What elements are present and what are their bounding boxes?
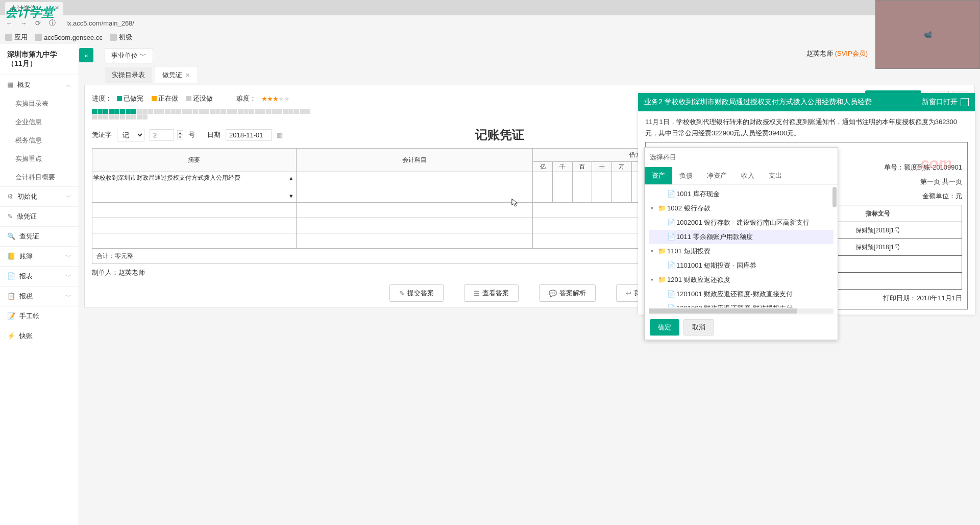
url-input[interactable]: lx.acc5.com/main_268/	[62, 18, 975, 29]
progress-cell[interactable]	[227, 109, 232, 114]
tab-catalog[interactable]: 实操目录表	[105, 67, 152, 83]
voucher-type-select[interactable]: 记	[117, 129, 144, 141]
progress-cell[interactable]	[221, 109, 226, 114]
progress-cell[interactable]	[232, 109, 237, 114]
progress-cell[interactable]	[182, 109, 187, 114]
progress-cell[interactable]	[249, 109, 254, 114]
progress-cell[interactable]	[288, 109, 293, 114]
h-scrollbar[interactable]	[649, 308, 834, 314]
sidebar-item-company[interactable]: 企业信息	[0, 113, 79, 131]
subject-cell[interactable]	[296, 233, 533, 249]
progress-cell[interactable]	[187, 109, 192, 114]
progress-cell[interactable]	[294, 109, 299, 114]
scrollbar[interactable]	[832, 187, 837, 207]
progress-cell[interactable]	[193, 109, 198, 114]
tree-node[interactable]: ▾📁1101 短期投资	[649, 244, 834, 258]
ok-button[interactable]: 确定	[650, 319, 679, 336]
voucher-date-input[interactable]	[226, 129, 272, 141]
progress-cell[interactable]	[120, 114, 125, 120]
sidebar-item-tax[interactable]: 税务信息	[0, 131, 79, 150]
progress-cell[interactable]	[272, 109, 277, 114]
progress-cell[interactable]	[114, 114, 119, 120]
progress-cell[interactable]	[126, 109, 131, 114]
subject-cell[interactable]	[296, 172, 533, 203]
voucher-number-input[interactable]	[150, 129, 174, 141]
progress-cell[interactable]	[131, 109, 136, 114]
number-spinner[interactable]: ▴▾	[177, 130, 183, 139]
sidebar-item-keypoints[interactable]: 实操重点	[0, 150, 79, 168]
sidebar-group-books[interactable]: 📒账簿﹀	[0, 246, 79, 266]
collapse-sidebar-button[interactable]: «	[79, 48, 93, 62]
summary-textarea[interactable]	[93, 174, 295, 199]
close-icon[interactable]: ✕	[55, 5, 59, 11]
picker-tab-expense[interactable]: 支出	[762, 167, 789, 184]
progress-cell[interactable]	[137, 109, 142, 114]
tree-node[interactable]: ▾📁1201 财政应返还额度	[649, 273, 834, 287]
sidebar-group-quick[interactable]: ⚡快账	[0, 326, 79, 346]
progress-cell[interactable]	[176, 109, 181, 114]
scrollbar[interactable]: ▴▾	[288, 174, 295, 200]
picker-tab-income[interactable]: 收入	[734, 167, 762, 184]
progress-cell[interactable]	[277, 109, 282, 114]
sidebar-item-subjects[interactable]: 会计科目概要	[0, 168, 79, 186]
sidebar-item-catalog[interactable]: 实操目录表	[0, 94, 79, 113]
amount-digit[interactable]	[553, 172, 573, 203]
progress-cell[interactable]	[114, 109, 119, 114]
progress-cell[interactable]	[300, 109, 305, 114]
progress-cell[interactable]	[103, 109, 108, 114]
progress-cell[interactable]	[137, 114, 142, 120]
summary-cell[interactable]	[92, 233, 297, 249]
progress-cell[interactable]	[238, 109, 243, 114]
progress-cell[interactable]	[170, 109, 176, 114]
summary-cell[interactable]	[92, 203, 297, 218]
summary-cell[interactable]: ▴▾	[92, 172, 297, 203]
progress-cell[interactable]	[199, 109, 204, 114]
amount-digit[interactable]	[533, 172, 553, 203]
tree-node[interactable]: 📄1002001 银行存款 - 建设银行南山区高新支行	[649, 216, 834, 230]
progress-cell[interactable]	[260, 109, 265, 114]
tree-node[interactable]: 📄1001 库存现金	[649, 187, 834, 201]
sidebar-group-init[interactable]: ⚙初始化﹀	[0, 186, 79, 206]
calendar-icon[interactable]: ▦	[277, 131, 283, 139]
tree-node[interactable]: 📄1101001 短期投资 - 国库券	[649, 258, 834, 273]
scroll-up-icon[interactable]: ▴	[288, 174, 295, 182]
view-answer-button[interactable]: ☰查看答案	[464, 284, 519, 302]
bookmark-item[interactable]: acc5com.gensee.cc	[35, 34, 103, 41]
scrollbar-thumb[interactable]	[649, 308, 797, 314]
cancel-button[interactable]: 取消	[683, 319, 714, 336]
progress-cell[interactable]	[109, 109, 114, 114]
progress-cell[interactable]	[126, 114, 131, 120]
progress-cell[interactable]	[97, 114, 103, 120]
progress-cell[interactable]	[283, 109, 288, 114]
subject-cell[interactable]	[296, 218, 533, 233]
new-window-link[interactable]: 新窗口打开	[922, 98, 969, 107]
picker-tab-liab[interactable]: 负债	[672, 167, 700, 184]
summary-cell[interactable]	[92, 218, 297, 233]
expand-icon[interactable]: ▾	[651, 203, 656, 214]
sidebar-group-queryvoucher[interactable]: 🔍查凭证	[0, 226, 79, 246]
progress-cell[interactable]	[255, 109, 260, 114]
progress-cell[interactable]	[204, 109, 209, 114]
close-icon[interactable]: ✕	[185, 72, 190, 78]
progress-cell[interactable]	[215, 109, 220, 114]
apps-bookmark[interactable]: 应用	[5, 33, 28, 42]
expand-icon[interactable]: ▾	[651, 246, 656, 257]
progress-cell[interactable]	[159, 109, 164, 114]
tree-node[interactable]: 📄1201002 财政应返还额度-财政授权支付	[649, 301, 834, 307]
progress-cell[interactable]	[165, 109, 170, 114]
bookmark-item[interactable]: 初级	[110, 33, 132, 42]
sidebar-group-report[interactable]: 📄报表﹀	[0, 266, 79, 286]
explain-button[interactable]: 💬答案解析	[539, 284, 596, 302]
progress-cell[interactable]	[305, 109, 310, 114]
progress-cell[interactable]	[266, 109, 271, 114]
progress-cell[interactable]	[92, 109, 97, 114]
tab-voucher[interactable]: 做凭证✕	[155, 67, 197, 83]
progress-cell[interactable]	[109, 114, 114, 120]
spin-up-icon[interactable]: ▴	[177, 130, 183, 135]
sidebar-group-taxfile[interactable]: 📋报税﹀	[0, 286, 79, 306]
sidebar-group-makevoucher[interactable]: ✎做凭证	[0, 206, 79, 226]
tree-node[interactable]: 📄1011 零余额账户用款额度	[649, 230, 834, 244]
picker-tab-asset[interactable]: 资产	[645, 167, 672, 184]
sidebar-group-overview[interactable]: ▦概要︿	[0, 75, 79, 94]
progress-cell[interactable]	[142, 109, 148, 114]
